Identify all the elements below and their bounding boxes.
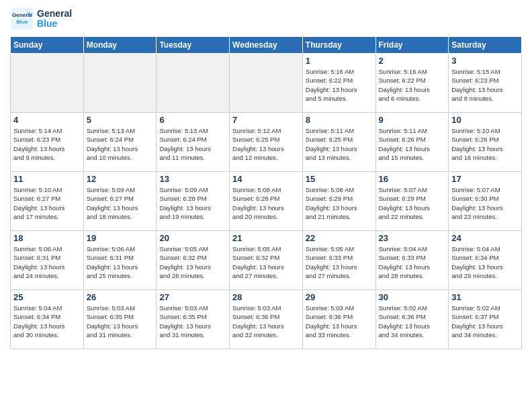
svg-text:Blue: Blue: [16, 19, 28, 25]
day-info: Sunrise: 5:02 AM Sunset: 6:36 PM Dayligh…: [379, 304, 446, 339]
day-info: Sunrise: 5:12 AM Sunset: 6:25 PM Dayligh…: [232, 126, 300, 162]
day-info: Sunrise: 5:02 AM Sunset: 6:37 PM Dayligh…: [451, 304, 519, 339]
header: General Blue General Blue: [10, 7, 522, 31]
day-info: Sunrise: 5:11 AM Sunset: 6:26 PM Dayligh…: [379, 126, 446, 162]
day-number: 1: [306, 56, 373, 66]
day-number: 12: [87, 174, 154, 184]
day-info: Sunrise: 5:09 AM Sunset: 6:28 PM Dayligh…: [159, 185, 226, 221]
day-info: Sunrise: 5:03 AM Sunset: 6:36 PM Dayligh…: [306, 304, 373, 339]
day-cell: 8Sunrise: 5:11 AM Sunset: 6:25 PM Daylig…: [302, 113, 375, 172]
calendar-table: SundayMondayTuesdayWednesdayThursdayFrid…: [10, 36, 522, 349]
day-cell: 2Sunrise: 5:16 AM Sunset: 6:22 PM Daylig…: [375, 54, 449, 113]
week-row-5: 25Sunrise: 5:04 AM Sunset: 6:34 PM Dayli…: [11, 290, 522, 349]
day-number: 10: [451, 115, 519, 125]
day-cell: 9Sunrise: 5:11 AM Sunset: 6:26 PM Daylig…: [375, 113, 449, 172]
day-cell: 5Sunrise: 5:13 AM Sunset: 6:24 PM Daylig…: [83, 113, 157, 172]
weekday-header-saturday: Saturday: [449, 37, 522, 54]
weekday-header-sunday: Sunday: [11, 37, 84, 54]
day-info: Sunrise: 5:04 AM Sunset: 6:34 PM Dayligh…: [13, 304, 81, 339]
day-info: Sunrise: 5:09 AM Sunset: 6:27 PM Dayligh…: [87, 185, 154, 221]
day-cell: 29Sunrise: 5:03 AM Sunset: 6:36 PM Dayli…: [302, 290, 375, 349]
day-info: Sunrise: 5:10 AM Sunset: 6:27 PM Dayligh…: [13, 185, 81, 221]
day-cell: 17Sunrise: 5:07 AM Sunset: 6:30 PM Dayli…: [449, 172, 522, 231]
day-cell: 31Sunrise: 5:02 AM Sunset: 6:37 PM Dayli…: [449, 290, 522, 349]
weekday-header-friday: Friday: [375, 37, 449, 54]
day-cell: 16Sunrise: 5:07 AM Sunset: 6:29 PM Dayli…: [375, 172, 449, 231]
day-number: 30: [379, 292, 446, 302]
day-cell: [83, 54, 157, 113]
day-number: 20: [159, 233, 226, 243]
day-number: 7: [232, 115, 300, 125]
day-info: Sunrise: 5:11 AM Sunset: 6:25 PM Dayligh…: [306, 126, 373, 162]
day-info: Sunrise: 5:06 AM Sunset: 6:31 PM Dayligh…: [13, 244, 81, 280]
day-info: Sunrise: 5:04 AM Sunset: 6:33 PM Dayligh…: [379, 244, 446, 280]
day-number: 29: [306, 292, 373, 302]
day-number: 5: [87, 115, 154, 125]
day-number: 9: [379, 115, 446, 125]
logo: General Blue General Blue: [10, 7, 72, 31]
day-cell: [230, 54, 303, 113]
day-number: 6: [159, 115, 226, 125]
day-info: Sunrise: 5:07 AM Sunset: 6:30 PM Dayligh…: [451, 185, 519, 221]
day-cell: 15Sunrise: 5:08 AM Sunset: 6:29 PM Dayli…: [302, 172, 375, 231]
day-cell: 19Sunrise: 5:06 AM Sunset: 6:31 PM Dayli…: [83, 231, 157, 290]
day-info: Sunrise: 5:14 AM Sunset: 6:23 PM Dayligh…: [13, 126, 81, 162]
day-info: Sunrise: 5:05 AM Sunset: 6:32 PM Dayligh…: [232, 244, 300, 280]
day-info: Sunrise: 5:05 AM Sunset: 6:32 PM Dayligh…: [159, 244, 226, 280]
weekday-header-thursday: Thursday: [302, 37, 375, 54]
day-cell: 4Sunrise: 5:14 AM Sunset: 6:23 PM Daylig…: [11, 113, 84, 172]
day-number: 18: [13, 233, 81, 243]
day-cell: 20Sunrise: 5:05 AM Sunset: 6:32 PM Dayli…: [157, 231, 230, 290]
day-info: Sunrise: 5:03 AM Sunset: 6:35 PM Dayligh…: [87, 304, 154, 339]
day-number: 22: [306, 233, 373, 243]
day-number: 11: [13, 174, 81, 184]
logo-text: General Blue: [37, 9, 72, 30]
day-info: Sunrise: 5:06 AM Sunset: 6:31 PM Dayligh…: [87, 244, 154, 280]
day-info: Sunrise: 5:08 AM Sunset: 6:28 PM Dayligh…: [232, 185, 300, 221]
day-cell: 25Sunrise: 5:04 AM Sunset: 6:34 PM Dayli…: [11, 290, 84, 349]
day-number: 27: [159, 292, 226, 302]
day-cell: 7Sunrise: 5:12 AM Sunset: 6:25 PM Daylig…: [230, 113, 303, 172]
day-number: 19: [87, 233, 154, 243]
weekday-header-monday: Monday: [83, 37, 157, 54]
day-cell: 23Sunrise: 5:04 AM Sunset: 6:33 PM Dayli…: [375, 231, 449, 290]
day-cell: [157, 54, 230, 113]
day-number: 14: [232, 174, 300, 184]
day-info: Sunrise: 5:03 AM Sunset: 6:35 PM Dayligh…: [159, 304, 226, 339]
day-cell: [11, 54, 84, 113]
day-number: 4: [13, 115, 81, 125]
day-info: Sunrise: 5:08 AM Sunset: 6:29 PM Dayligh…: [306, 185, 373, 221]
day-info: Sunrise: 5:13 AM Sunset: 6:24 PM Dayligh…: [87, 126, 154, 162]
day-number: 3: [451, 56, 519, 66]
calendar-header: SundayMondayTuesdayWednesdayThursdayFrid…: [11, 37, 522, 54]
day-number: 31: [451, 292, 519, 302]
day-info: Sunrise: 5:15 AM Sunset: 6:23 PM Dayligh…: [451, 67, 519, 103]
weekday-header-wednesday: Wednesday: [230, 37, 303, 54]
day-number: 17: [451, 174, 519, 184]
week-row-4: 18Sunrise: 5:06 AM Sunset: 6:31 PM Dayli…: [11, 231, 522, 290]
day-number: 13: [159, 174, 226, 184]
day-cell: 10Sunrise: 5:10 AM Sunset: 6:26 PM Dayli…: [449, 113, 522, 172]
day-info: Sunrise: 5:16 AM Sunset: 6:22 PM Dayligh…: [379, 67, 446, 103]
day-cell: 22Sunrise: 5:05 AM Sunset: 6:33 PM Dayli…: [302, 231, 375, 290]
day-info: Sunrise: 5:04 AM Sunset: 6:34 PM Dayligh…: [451, 244, 519, 280]
day-cell: 26Sunrise: 5:03 AM Sunset: 6:35 PM Dayli…: [83, 290, 157, 349]
logo-icon: General Blue: [10, 7, 34, 31]
day-cell: 11Sunrise: 5:10 AM Sunset: 6:27 PM Dayli…: [11, 172, 84, 231]
day-cell: 18Sunrise: 5:06 AM Sunset: 6:31 PM Dayli…: [11, 231, 84, 290]
day-number: 16: [379, 174, 446, 184]
day-number: 2: [379, 56, 446, 66]
page: General Blue General Blue SundayMondayTu…: [0, 0, 532, 411]
day-cell: 12Sunrise: 5:09 AM Sunset: 6:27 PM Dayli…: [83, 172, 157, 231]
day-cell: 3Sunrise: 5:15 AM Sunset: 6:23 PM Daylig…: [449, 54, 522, 113]
day-number: 15: [306, 174, 373, 184]
weekday-header-tuesday: Tuesday: [157, 37, 230, 54]
day-cell: 1Sunrise: 5:16 AM Sunset: 6:22 PM Daylig…: [302, 54, 375, 113]
day-cell: 28Sunrise: 5:03 AM Sunset: 6:36 PM Dayli…: [230, 290, 303, 349]
week-row-2: 4Sunrise: 5:14 AM Sunset: 6:23 PM Daylig…: [11, 113, 522, 172]
day-cell: 14Sunrise: 5:08 AM Sunset: 6:28 PM Dayli…: [230, 172, 303, 231]
day-info: Sunrise: 5:07 AM Sunset: 6:29 PM Dayligh…: [379, 185, 446, 221]
weekday-row: SundayMondayTuesdayWednesdayThursdayFrid…: [11, 37, 522, 54]
day-cell: 30Sunrise: 5:02 AM Sunset: 6:36 PM Dayli…: [375, 290, 449, 349]
day-cell: 6Sunrise: 5:13 AM Sunset: 6:24 PM Daylig…: [157, 113, 230, 172]
